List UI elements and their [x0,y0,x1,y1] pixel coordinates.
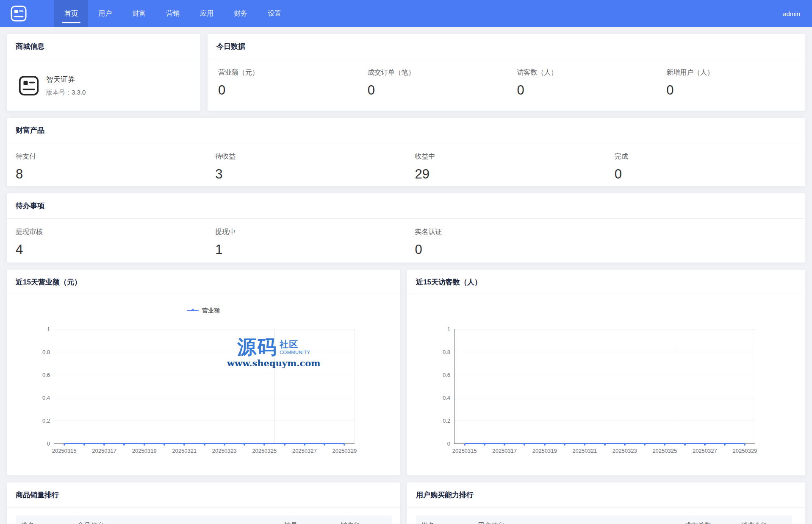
data-point [164,444,165,446]
stat-label: 待收益 [215,152,406,161]
watermark-sub-en: COMMUNITY [280,350,310,355]
data-point [544,444,546,446]
data-point [183,444,185,446]
nav-item-apps[interactable]: 应用 [190,0,224,27]
column-header-sales-amount: 销售额 [335,516,392,524]
y-axis-tick-label: 1 [447,326,450,332]
watermark-sub: 社区 [280,339,298,349]
column-header-rank: 排名 [416,516,472,524]
user-rank-card: 用户购买能力排行 排名 用户信息 成交单数 消费金额 [407,482,806,524]
y-axis-tick-label: 0.6 [443,372,450,378]
x-axis-tick-label: 20250325 [652,448,677,454]
x-axis-tick-label: 20250325 [252,448,277,454]
nav-item-marketing[interactable]: 营销 [156,0,190,27]
stat-item: 收益中 29 [406,152,606,182]
data-point [244,444,245,446]
site-watermark: 源码 社区 COMMUNITY www.shequym.com [227,337,321,368]
line-series-icon [187,309,199,313]
mall-name: 智天证券 [46,75,86,84]
revenue-chart-card: 近15天营业额（元） 营业额 10.80.60.40.2020250315202… [6,269,400,476]
stat-value: 4 [16,242,206,257]
stat-value: 1 [215,242,406,257]
nav-item-settings[interactable]: 设置 [258,0,291,27]
mall-info-body: 智天证券 版本号：3.3.0 [7,59,200,111]
table-header-row: 排名 商品信息 销量 销售额 [16,516,392,524]
card-title: 用户购买能力排行 [407,482,805,508]
data-point [263,444,265,446]
gridline-horizontal [54,329,355,329]
x-axis-tick-label: 20250329 [732,448,757,454]
data-point [624,444,626,446]
table-header-row: 排名 用户信息 成交单数 消费金额 [416,516,792,524]
column-header-sales-count: 销量 [279,516,335,524]
nav-item-home[interactable]: 首页 [54,0,88,27]
data-point [123,444,125,446]
user-menu[interactable]: admin [783,10,800,17]
nav-item-finance[interactable]: 财务 [224,0,258,27]
chart-plot-area: 10.80.60.40.2020250315202503172025031920… [454,329,755,444]
stat-value: 3 [215,167,406,182]
data-point [83,444,85,446]
card-title: 财富产品 [7,118,805,143]
wealth-products-card: 财富产品 待支付 8 待收益 3 收益中 29 完成 0 [6,117,806,187]
data-point [704,444,706,446]
data-point [284,444,285,446]
stat-label: 新增用户（人） [666,68,805,77]
data-point [64,444,65,446]
stat-item: 待收益 3 [206,152,406,182]
data-point [464,444,466,446]
x-axis-tick-label: 20250323 [612,448,637,454]
y-axis-tick-label: 0 [447,440,450,447]
dashboard-content: 商城信息 智天证券 版本号：3.3.0 [0,27,812,524]
nav-item-wealth[interactable]: 财富 [122,0,156,27]
card-title: 今日数据 [208,34,805,59]
y-axis-tick-label: 0.2 [443,418,450,424]
stat-item: 实名认证 0 [406,228,606,257]
data-point [564,444,565,446]
x-axis-tick-label: 20250323 [212,448,237,454]
y-axis-tick-label: 0.2 [42,418,50,424]
stat-label: 访客数（人） [517,68,656,77]
data-point [664,444,665,446]
stat-value: 29 [415,167,606,182]
card-title: 商城信息 [7,34,200,59]
data-point [103,444,105,446]
column-header-rank: 排名 [16,516,72,524]
product-rank-card: 商品销量排行 排名 商品信息 销量 销售额 [6,482,400,524]
x-axis-tick-label: 20250315 [452,448,477,454]
gridline-horizontal [54,421,355,421]
stat-value: 0 [415,242,606,257]
data-point [584,444,585,446]
gridline-vertical [755,329,755,443]
column-header-product-info: 商品信息 [72,516,279,524]
x-axis-tick-label: 20250317 [492,448,517,454]
stat-value: 0 [615,167,805,182]
stat-item: 待支付 8 [7,152,206,182]
stat-item: 成交订单（笔） 0 [357,68,507,98]
y-axis-tick-label: 0.8 [42,349,50,355]
y-axis-tick-label: 0.4 [443,395,450,401]
stat-value: 8 [16,167,206,182]
mall-version: 版本号：3.3.0 [46,89,86,97]
nav-item-users[interactable]: 用户 [88,0,122,27]
version-value: 3.3.0 [72,89,86,96]
watermark-url: www.shequym.com [227,358,321,368]
stat-value: 0 [368,83,507,98]
stat-item: 营业额（元） 0 [208,68,357,98]
stat-value: 0 [218,83,357,98]
gridline-horizontal [54,398,355,398]
chart-legend[interactable]: 营业额 [7,307,400,315]
stat-label: 收益中 [415,152,606,161]
x-axis-tick-label: 20250321 [172,448,197,454]
column-header-user-info: 用户信息 [472,516,679,524]
version-label: 版本号： [46,89,72,96]
y-axis-tick-label: 0.6 [42,372,50,378]
data-point [304,444,305,446]
y-axis-tick-label: 0 [47,440,50,447]
data-point [644,444,646,446]
today-data-card: 今日数据 营业额（元） 0 成交订单（笔） 0 访客数（人） 0 新增用户（人）… [207,33,806,111]
stat-label: 提现中 [215,228,406,237]
gridline-horizontal [454,375,755,375]
todo-card: 待办事项 提现审核 4 提现中 1 实名认证 0 [6,193,806,263]
stat-value: 0 [517,83,656,98]
